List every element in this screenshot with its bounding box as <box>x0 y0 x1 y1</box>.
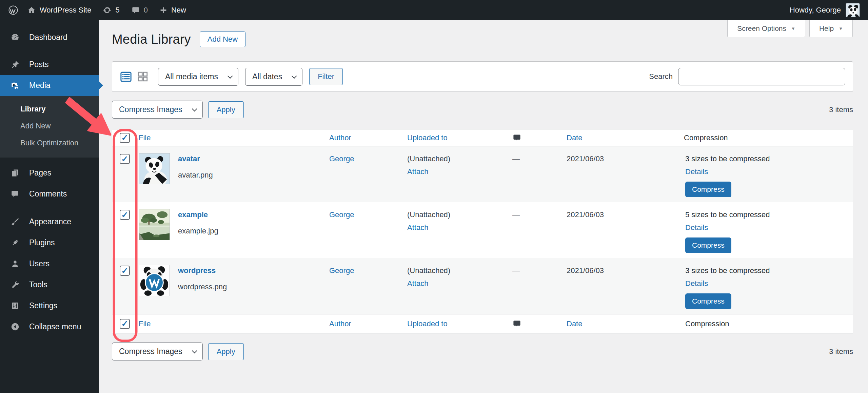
column-header-date[interactable]: Date <box>567 319 582 328</box>
media-title-link[interactable]: example <box>178 210 218 219</box>
uploaded-to-status: (Unattached) <box>407 210 450 219</box>
author-link[interactable]: George <box>329 210 354 219</box>
sliders-icon <box>5 301 24 310</box>
grid-view-icon[interactable] <box>137 71 149 82</box>
bulk-action-select[interactable]: Compress Images <box>112 101 203 119</box>
thumbnail-wordpress-logo[interactable] <box>139 265 170 296</box>
date-filter-value: All dates <box>252 72 282 81</box>
apply-button[interactable]: Apply <box>208 343 244 360</box>
table-row-wordpress: ✓ wordpress wordpress.png George (Unatta… <box>112 258 853 314</box>
column-header-compression: Compression <box>684 133 728 142</box>
sidebar-item-settings[interactable]: Settings <box>0 295 99 316</box>
sidebar-item-plugins[interactable]: Plugins <box>0 232 99 253</box>
search-label: Search <box>649 72 673 81</box>
author-link[interactable]: George <box>329 154 354 163</box>
sidebar-label: Plugins <box>29 238 55 247</box>
details-link[interactable]: Details <box>685 223 853 232</box>
column-header-author[interactable]: Author <box>329 319 351 328</box>
sidebar-item-add-new[interactable]: Add New <box>0 118 99 135</box>
date-value: 2021/06/03 <box>567 210 604 219</box>
select-all-checkbox[interactable]: ✓ <box>120 319 130 329</box>
bulk-action-select[interactable]: Compress Images <box>112 343 203 360</box>
thumbnail-avatar-panda[interactable] <box>139 153 170 184</box>
chevron-down-icon <box>192 106 197 112</box>
comments-value: — <box>512 154 520 163</box>
sidebar-collapse-menu[interactable]: Collapse menu <box>0 316 99 337</box>
update-icon <box>103 6 112 15</box>
filter-button[interactable]: Filter <box>309 68 343 85</box>
list-view-icon[interactable] <box>120 70 132 83</box>
bulk-action-value: Compress Images <box>119 347 182 356</box>
apply-button[interactable]: Apply <box>208 101 244 118</box>
home-icon <box>27 6 36 15</box>
pages-icon <box>5 168 24 178</box>
sidebar-item-pages[interactable]: Pages <box>0 162 99 183</box>
sidebar-item-dashboard[interactable]: Dashboard <box>0 27 99 48</box>
thumbnail-example-landscape[interactable] <box>139 209 170 240</box>
comment-bubble-icon <box>131 6 140 15</box>
date-filter-select[interactable]: All dates <box>245 68 302 86</box>
table-row-example: ✓ example example.jpg George (Unattached… <box>112 202 853 258</box>
comments-value: — <box>512 266 520 275</box>
select-all-checkbox[interactable]: ✓ <box>120 133 130 143</box>
details-link[interactable]: Details <box>685 279 853 288</box>
attach-link[interactable]: Attach <box>407 223 506 232</box>
caret-down-icon: ▼ <box>839 26 843 31</box>
bulk-action-value: Compress Images <box>119 105 182 114</box>
sidebar-item-bulk-optimization[interactable]: Bulk Optimization <box>0 135 99 151</box>
media-title-link[interactable]: wordpress <box>178 266 227 275</box>
attach-link[interactable]: Attach <box>407 279 506 288</box>
add-new-button[interactable]: Add New <box>200 32 245 47</box>
visit-site-menu[interactable]: WordPress Site <box>27 6 91 15</box>
new-content-menu[interactable]: New <box>159 6 186 15</box>
row-checkbox[interactable]: ✓ <box>120 266 130 276</box>
media-title-link[interactable]: avatar <box>178 154 213 163</box>
sidebar-item-posts[interactable]: Posts <box>0 54 99 75</box>
sidebar-item-library[interactable]: Library <box>0 101 99 118</box>
screen-options-label: Screen Options <box>737 24 786 33</box>
row-checkbox[interactable]: ✓ <box>120 210 130 220</box>
date-value: 2021/06/03 <box>567 154 604 163</box>
table-header-row: ✓ File Author Uploaded to Date Compressi… <box>112 129 853 146</box>
details-link[interactable]: Details <box>685 167 853 176</box>
compress-button[interactable]: Compress <box>685 237 731 253</box>
dashboard-icon <box>5 33 24 42</box>
row-checkbox[interactable]: ✓ <box>120 154 130 164</box>
column-header-uploaded-to[interactable]: Uploaded to <box>407 133 448 142</box>
sidebar-item-appearance[interactable]: Appearance <box>0 211 99 232</box>
comments-count: 0 <box>144 6 148 15</box>
sidebar-item-tools[interactable]: Tools <box>0 274 99 295</box>
sidebar-item-media[interactable]: Media <box>0 75 99 96</box>
media-icon <box>5 81 24 90</box>
howdy-text[interactable]: Howdy, George <box>790 6 841 15</box>
column-header-author[interactable]: Author <box>329 133 351 142</box>
updates-menu[interactable]: 5 <box>103 6 119 15</box>
page-title: Media Library <box>112 32 191 47</box>
filter-bar: All media items All dates Filter Search <box>112 61 853 92</box>
search-input[interactable] <box>678 68 845 85</box>
sidebar-item-users[interactable]: Users <box>0 253 99 274</box>
sidebar-label: Posts <box>29 60 49 69</box>
column-header-comments-icon[interactable] <box>512 133 567 142</box>
user-avatar[interactable] <box>846 3 860 17</box>
screen-options-tab[interactable]: Screen Options ▼ <box>727 20 805 37</box>
sidebar-label: Tools <box>29 280 47 289</box>
media-filename: wordpress.png <box>178 283 227 291</box>
attach-link[interactable]: Attach <box>407 167 506 176</box>
help-tab[interactable]: Help ▼ <box>809 20 853 37</box>
compress-button[interactable]: Compress <box>685 293 731 309</box>
column-header-file[interactable]: File <box>139 319 151 328</box>
column-header-uploaded-to[interactable]: Uploaded to <box>407 319 448 328</box>
wordpress-logo-icon[interactable] <box>8 5 18 15</box>
comments-menu[interactable]: 0 <box>131 6 148 15</box>
column-header-comments-icon[interactable] <box>512 319 567 328</box>
author-link[interactable]: George <box>329 266 354 275</box>
sidebar-item-comments[interactable]: Comments <box>0 183 99 204</box>
compress-button[interactable]: Compress <box>685 182 731 197</box>
bulk-actions-top: Compress Images Apply 3 items <box>112 101 853 119</box>
column-header-file[interactable]: File <box>139 133 151 142</box>
media-type-select[interactable]: All media items <box>158 68 238 86</box>
chevron-down-icon <box>192 348 197 354</box>
column-header-date[interactable]: Date <box>567 133 582 142</box>
column-header-compression: Compression <box>685 319 729 328</box>
